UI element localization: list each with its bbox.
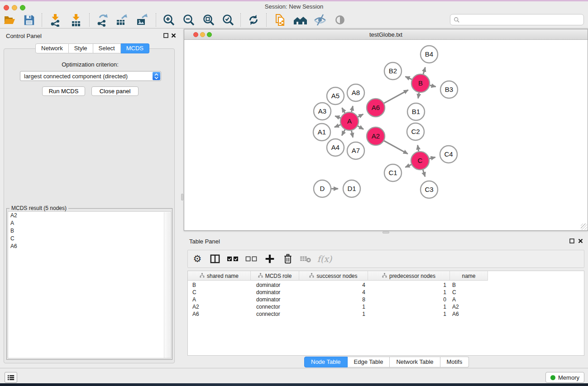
graph-node-B1[interactable]: B1 [407,103,425,120]
graph-edge-A-A5[interactable] [342,108,345,113]
graph-node-D[interactable]: D [314,180,331,197]
tab-network-table[interactable]: Network Table [390,357,440,367]
graph-node-B4[interactable]: B4 [421,46,438,63]
add-column-icon[interactable] [260,251,279,267]
column-header-name[interactable]: name [450,271,488,281]
graph-edge-A-A7[interactable] [351,131,353,138]
mcds-result-item[interactable]: C [8,235,171,243]
close-panel-button[interactable]: Close panel [91,86,139,96]
graph-edge-B-B4[interactable] [423,67,425,74]
column-header-predecessor-nodes[interactable]: predecessor nodes [368,271,450,281]
tab-select[interactable]: Select [93,43,121,53]
save-session-icon[interactable] [19,13,39,27]
graph-edge-C-C3[interactable] [423,170,425,176]
graph-node-B3[interactable]: B3 [440,81,458,98]
mcds-result-item[interactable]: A [8,219,171,227]
close-view-button[interactable] [193,32,198,37]
tab-edge-table[interactable]: Edge Table [348,357,390,367]
import-table-icon[interactable] [66,13,86,27]
graph-node-A[interactable]: A [340,112,359,130]
open-session-icon[interactable] [0,13,19,27]
graph-edge-A-A2[interactable] [358,126,363,129]
graph-node-A6[interactable]: A6 [367,99,385,117]
maximize-window-button[interactable] [20,5,25,10]
mcds-result-item[interactable]: A2 [8,212,171,219]
minimize-window-button[interactable] [12,5,17,10]
zoom-fit-icon[interactable] [199,13,219,27]
graph-edge-C-C1[interactable] [405,165,411,167]
close-panel-icon[interactable] [578,238,583,243]
table-row[interactable]: A6connector11A6 [188,310,584,318]
float-panel-icon[interactable] [569,238,574,243]
export-image-icon[interactable] [132,13,153,27]
table-row[interactable]: Bdominator41B [188,281,584,289]
import-network-icon[interactable] [45,13,66,27]
delete-table-icon[interactable] [296,251,315,267]
graph-edge-A-A3[interactable] [335,116,340,118]
search-field[interactable] [450,14,584,25]
network-graph[interactable]: B4B2BB3A8A5A6A3B1AA1C2A2A4A7C4CC1C3DD1 [184,40,588,230]
select-all-icon[interactable] [223,251,242,267]
graph-node-D1[interactable]: D1 [343,180,360,197]
task-history-button[interactable] [5,372,17,383]
table-row[interactable]: Cdominator41C [188,289,584,296]
node-table[interactable]: shared nameMCDS rolesuccessor nodesprede… [187,271,584,356]
graph-node-A4[interactable]: A4 [327,139,344,156]
refresh-icon[interactable] [244,13,263,27]
deselect-all-icon[interactable] [242,251,260,267]
export-network-icon[interactable] [92,13,112,27]
graph-edge-B-B3[interactable] [430,86,435,87]
splitpane-divider-horizontal[interactable] [382,231,389,234]
gear-icon[interactable]: ⚙ [188,251,207,267]
graph-edge-A6-B[interactable] [384,90,408,103]
graph-edge-A-A1[interactable] [335,125,341,127]
window-resize-grip[interactable] [581,224,587,230]
graph-node-A7[interactable]: A7 [347,142,364,159]
graph-node-A3[interactable]: A3 [314,103,331,120]
search-input[interactable] [460,15,583,24]
zoom-in-icon[interactable] [159,13,179,27]
graph-edge-C-C4[interactable] [429,157,435,159]
tab-network[interactable]: Network [35,43,69,53]
hide-selected-icon[interactable] [310,13,330,27]
tab-node-table[interactable]: Node Table [304,357,348,367]
graph-node-A2[interactable]: A2 [367,127,385,145]
graph-node-B[interactable]: B [411,74,430,92]
minimize-view-button[interactable] [200,32,205,37]
run-mcds-button[interactable]: Run MCDS [42,86,85,96]
column-header-MCDS-role[interactable]: MCDS role [251,271,299,281]
graph-node-C1[interactable]: C1 [384,164,402,181]
zoom-out-icon[interactable] [179,13,199,27]
export-table-icon[interactable] [112,13,132,27]
show-all-icon[interactable] [330,13,350,27]
graph-edge-A-A4[interactable] [342,130,345,136]
tab-motifs[interactable]: Motifs [440,357,469,367]
graph-node-C3[interactable]: C3 [421,181,438,198]
graph-edge-A-A8[interactable] [352,106,353,112]
maximize-view-button[interactable] [207,32,212,37]
table-row[interactable]: Adominator80A [188,296,584,303]
splitpane-divider-vertical[interactable] [181,194,183,200]
graph-node-A1[interactable]: A1 [313,124,330,141]
table-row[interactable]: A2connector11A2 [188,303,584,310]
home-icon[interactable] [290,13,310,27]
mcds-result-item[interactable]: B [8,227,171,235]
column-header-successor-nodes[interactable]: successor nodes [299,271,368,281]
tab-style[interactable]: Style [69,43,93,53]
graph-edge-A-A6[interactable] [358,114,363,117]
scrollbar-track[interactable] [164,212,170,358]
columns-icon[interactable] [207,251,223,267]
zoom-selected-icon[interactable] [219,13,238,27]
memory-button[interactable]: Memory [545,372,584,383]
mcds-result-item[interactable]: A6 [8,243,171,250]
graph-node-B2[interactable]: B2 [384,62,402,80]
mcds-result-list[interactable]: A2ABCA6 [8,211,171,358]
graph-edge-C-C2[interactable] [418,145,419,152]
graph-edge-A2-C[interactable] [384,141,407,154]
delete-column-icon[interactable] [279,251,296,267]
float-panel-icon[interactable] [163,33,168,38]
graph-node-A8[interactable]: A8 [347,84,364,101]
graph-node-A5[interactable]: A5 [327,87,344,105]
close-panel-icon[interactable] [171,33,176,38]
graph-edge-B-B1[interactable] [418,93,419,99]
